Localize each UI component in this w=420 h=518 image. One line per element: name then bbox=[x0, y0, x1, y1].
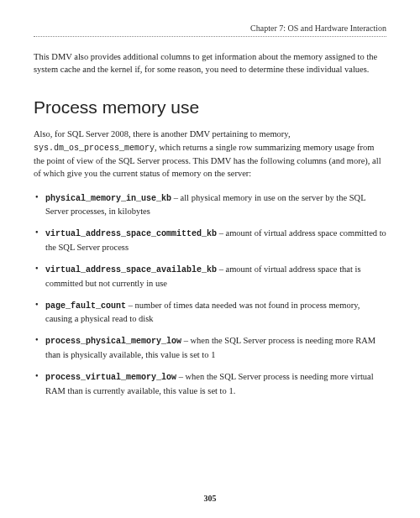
list-item: virtual_address_space_committed_kb – amo… bbox=[34, 227, 386, 254]
list-item: page_fault_count – number of times data … bbox=[34, 299, 386, 326]
section-heading: Process memory use bbox=[34, 97, 386, 118]
dmv-name-code: sys.dm_os_process_memory bbox=[34, 144, 155, 153]
list-item: physical_memory_in_use_kb – all physical… bbox=[34, 191, 386, 218]
chapter-label: Chapter 7: OS and Hardware Interaction bbox=[250, 24, 386, 33]
column-list: physical_memory_in_use_kb – all physical… bbox=[34, 191, 386, 397]
column-name: process_virtual_memory_low bbox=[45, 373, 176, 382]
header-rule bbox=[34, 36, 386, 37]
section-paragraph: Also, for SQL Server 2008, there is anot… bbox=[34, 128, 386, 180]
column-name: virtual_address_space_committed_kb bbox=[45, 229, 217, 238]
column-name: physical_memory_in_use_kb bbox=[45, 194, 171, 203]
list-item: process_virtual_memory_low – when the SQ… bbox=[34, 370, 386, 397]
column-name: page_fault_count bbox=[45, 301, 126, 311]
column-name: virtual_address_space_available_kb bbox=[45, 265, 217, 275]
running-header: Chapter 7: OS and Hardware Interaction bbox=[34, 24, 386, 36]
intro-paragraph: This DMV also provides additional column… bbox=[34, 50, 386, 76]
page-number: 305 bbox=[0, 494, 420, 503]
column-name: process_physical_memory_low bbox=[45, 337, 181, 346]
para-text-pre: Also, for SQL Server 2008, there is anot… bbox=[34, 129, 291, 139]
list-item: process_physical_memory_low – when the S… bbox=[34, 334, 386, 361]
list-item: virtual_address_space_available_kb – amo… bbox=[34, 263, 386, 290]
